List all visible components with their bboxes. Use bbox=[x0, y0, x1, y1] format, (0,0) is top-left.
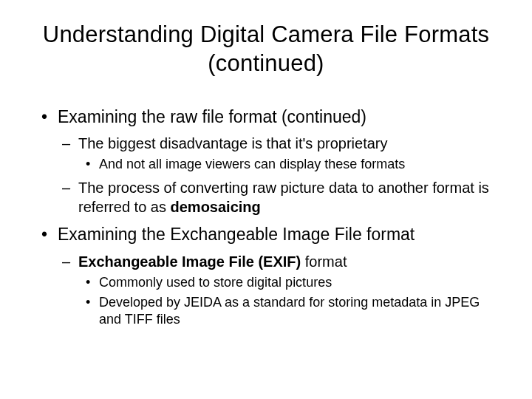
bullet-text: Commonly used to store digital pictures bbox=[99, 275, 332, 290]
bullet-text: And not all image viewers can display th… bbox=[99, 157, 405, 171]
bullet-text: Developed by JEIDA as a standard for sto… bbox=[99, 295, 480, 327]
bullet-text: The process of converting raw picture da… bbox=[78, 180, 489, 215]
bullet-text: The biggest disadvantage is that it's pr… bbox=[78, 135, 388, 151]
list-item: Examining the raw file format (continued… bbox=[37, 106, 495, 216]
list-item: And not all image viewers can display th… bbox=[78, 156, 495, 173]
bullet-text: format bbox=[301, 253, 347, 270]
bullet-list: Examining the raw file format (continued… bbox=[37, 106, 495, 329]
slide-title: Understanding Digital Camera File Format… bbox=[37, 21, 495, 78]
bullet-text: Examining the raw file format (continued… bbox=[58, 107, 366, 126]
list-item: Developed by JEIDA as a standard for sto… bbox=[78, 294, 495, 329]
list-item: The biggest disadvantage is that it's pr… bbox=[58, 134, 495, 173]
list-item: Examining the Exchangeable Image File fo… bbox=[37, 224, 495, 329]
list-item: Exchangeable Image File (EXIF) format Co… bbox=[58, 252, 495, 329]
bullet-list: And not all image viewers can display th… bbox=[78, 156, 495, 173]
list-item: Commonly used to store digital pictures bbox=[78, 274, 495, 291]
bullet-list: Commonly used to store digital pictures … bbox=[78, 274, 495, 329]
bullet-list: Exchangeable Image File (EXIF) format Co… bbox=[58, 252, 495, 329]
bullet-text: Examining the Exchangeable Image File fo… bbox=[58, 225, 415, 244]
bold-term: Exchangeable Image File (EXIF) bbox=[78, 253, 301, 270]
bold-term: demosaicing bbox=[171, 199, 261, 215]
bullet-list: The biggest disadvantage is that it's pr… bbox=[58, 134, 495, 216]
list-item: The process of converting raw picture da… bbox=[58, 178, 495, 216]
